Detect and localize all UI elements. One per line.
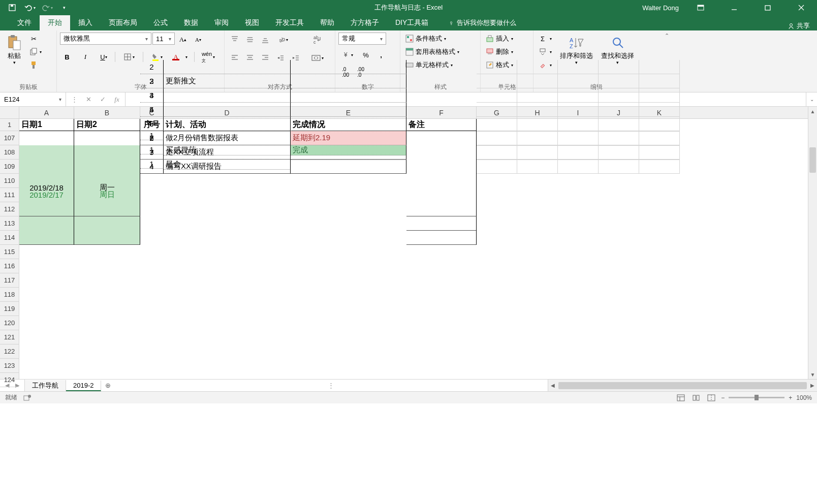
cell[interactable] [599,160,639,174]
qat-customize[interactable]: ▾ [57,2,71,14]
cell[interactable] [639,88,680,103]
tell-me-search[interactable]: ♀告诉我你想要做什么 [444,15,521,30]
cell[interactable] [291,88,406,103]
ribbon-tab-审阅[interactable]: 审阅 [206,15,237,30]
zoom-level[interactable]: 100% [796,394,812,401]
cell[interactable] [639,103,680,117]
cell[interactable] [558,60,599,74]
cell[interactable] [477,103,517,117]
row-header-113[interactable]: 113 [0,216,19,231]
tab-scroll-divider[interactable]: ⋮ [114,380,548,391]
row-header-114[interactable]: 114 [0,231,19,245]
cell[interactable] [517,103,558,117]
scroll-left-button[interactable]: ◀ [548,380,557,391]
copy-button[interactable]: ▾ [27,46,44,58]
cell[interactable] [558,74,599,88]
cell[interactable] [477,145,517,160]
horizontal-scrollbar[interactable]: ◀ ▶ [548,380,817,391]
row-header-117[interactable]: 117 [0,273,19,288]
cell[interactable] [558,88,599,103]
cell[interactable] [164,60,291,74]
zoom-thumb[interactable] [755,395,759,400]
decrease-font-button[interactable]: A▾ [191,33,205,47]
cell[interactable]: 2 [140,60,164,74]
ribbon-tab-帮助[interactable]: 帮助 [312,15,342,30]
row-header-123[interactable]: 123 [0,359,19,373]
macro-record-icon[interactable] [23,394,32,401]
ribbon-tab-开发工具[interactable]: 开发工具 [267,15,312,30]
cell[interactable] [291,103,406,117]
table-format-button[interactable]: 套用表格格式▾ [403,46,461,58]
cell[interactable] [599,117,639,131]
insert-cells-button[interactable]: 插入▾ [484,33,515,45]
cell[interactable] [599,74,639,88]
share-button[interactable]: 共享 [788,21,810,30]
zoom-in-button[interactable]: + [789,394,792,401]
cell[interactable] [477,88,517,103]
vertical-scrollbar[interactable]: ▲ ▼ [808,107,817,379]
zoom-slider[interactable] [729,397,784,398]
redo-button[interactable]: ▾ [40,2,54,14]
cut-button[interactable]: ✂ [27,33,44,45]
cell[interactable]: 3 [140,88,164,103]
ribbon-tab-数据[interactable]: 数据 [176,15,206,30]
col-header-B[interactable]: B [74,107,140,118]
scroll-up-button[interactable]: ▲ [808,107,817,116]
close-button[interactable] [790,0,813,15]
row-header-108[interactable]: 108 [0,145,19,160]
cell[interactable]: 延期到2.19 [291,131,406,145]
cell[interactable] [558,117,599,131]
paste-button[interactable]: 粘贴 ▾ [3,33,25,67]
scroll-down-button[interactable]: ▼ [808,370,817,379]
ribbon-tab-公式[interactable]: 公式 [145,15,176,30]
align-middle-button[interactable] [243,33,257,47]
name-box[interactable]: E124▾ [0,92,66,106]
cancel-formula-button[interactable]: ✕ [82,94,95,105]
cell[interactable] [599,60,639,74]
cell[interactable] [639,145,680,160]
cell[interactable] [164,117,291,131]
cell[interactable] [477,74,517,88]
delete-cells-button[interactable]: 删除▾ [484,46,515,58]
cell[interactable] [639,117,680,131]
cell[interactable]: 4 [140,103,164,117]
page-break-view-button[interactable] [706,393,717,402]
select-all-corner[interactable] [0,107,19,119]
col-header-A[interactable]: A [19,107,74,118]
ribbon-tab-页面布局[interactable]: 页面布局 [101,15,145,30]
row-header-118[interactable]: 118 [0,288,19,302]
cell[interactable]: 5 [140,117,164,131]
ribbon-tab-插入[interactable]: 插入 [70,15,101,30]
ribbon-tab-DIY工具箱[interactable]: DIY工具箱 [387,15,436,30]
cell[interactable] [291,60,406,74]
cell[interactable] [477,60,517,74]
cell[interactable] [164,88,291,103]
cell[interactable] [517,88,558,103]
row-header-124[interactable]: 124 [0,373,19,387]
zoom-out-button[interactable]: − [721,394,725,401]
add-sheet-button[interactable]: ⊕ [101,380,114,391]
cell[interactable]: 2 [140,74,164,88]
cell[interactable]: 走XX立项流程 [164,145,291,160]
cell[interactable] [517,60,558,74]
scroll-right-button[interactable]: ▶ [808,380,817,391]
align-bottom-button[interactable] [258,33,272,47]
cell[interactable]: 2 [140,131,164,145]
cell[interactable]: 周一 [74,160,140,216]
bold-button[interactable]: B [60,50,74,64]
cell[interactable] [291,74,406,88]
user-name[interactable]: Walter Dong [642,4,679,12]
italic-button[interactable]: I [78,50,92,64]
cell[interactable] [639,60,680,74]
undo-button[interactable]: ▾ [22,2,37,14]
cell[interactable] [558,160,599,174]
h-scroll-thumb[interactable] [558,382,807,389]
cell[interactable] [517,160,558,174]
cell[interactable]: 日期1 [19,119,74,131]
normal-view-button[interactable] [675,393,686,402]
cell[interactable]: 编写XX调研报告 [164,160,291,174]
ribbon-tab-视图[interactable]: 视图 [237,15,267,30]
sheet-tab-2019-2[interactable]: 2019-2 [66,381,101,391]
underline-button[interactable]: U▾ [97,50,111,64]
cell[interactable] [517,74,558,88]
